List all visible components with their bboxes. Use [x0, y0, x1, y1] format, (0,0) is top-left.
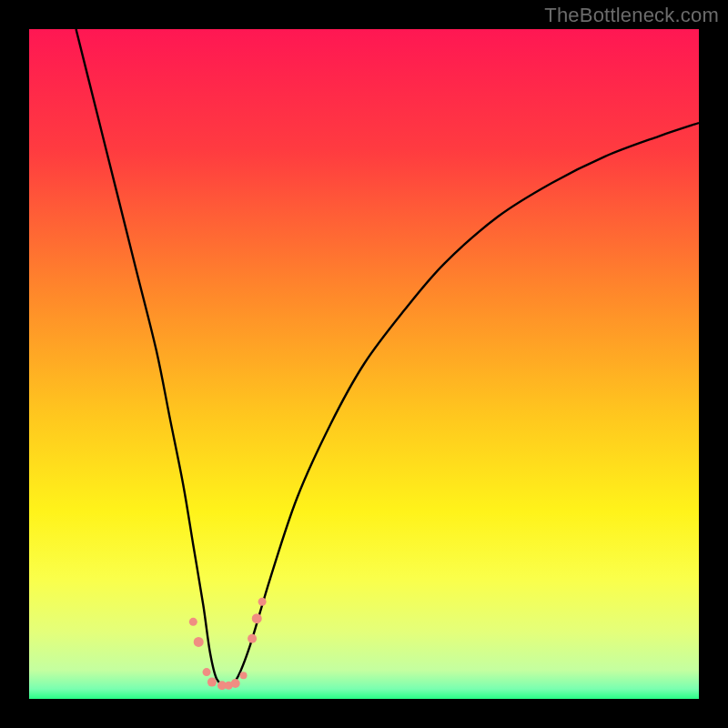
marker-point	[240, 672, 248, 679]
plot-area	[29, 29, 699, 699]
marker-point	[258, 598, 267, 606]
marker-point	[231, 679, 240, 688]
plot-svg	[29, 29, 699, 699]
marker-point	[252, 613, 262, 623]
marker-point	[194, 637, 204, 647]
marker-point	[203, 668, 211, 676]
chart-container: TheBottleneck.com	[0, 0, 728, 728]
marker-point	[189, 618, 197, 626]
watermark-text: TheBottleneck.com	[544, 4, 719, 27]
marker-point	[248, 634, 257, 643]
marker-point	[207, 678, 217, 687]
